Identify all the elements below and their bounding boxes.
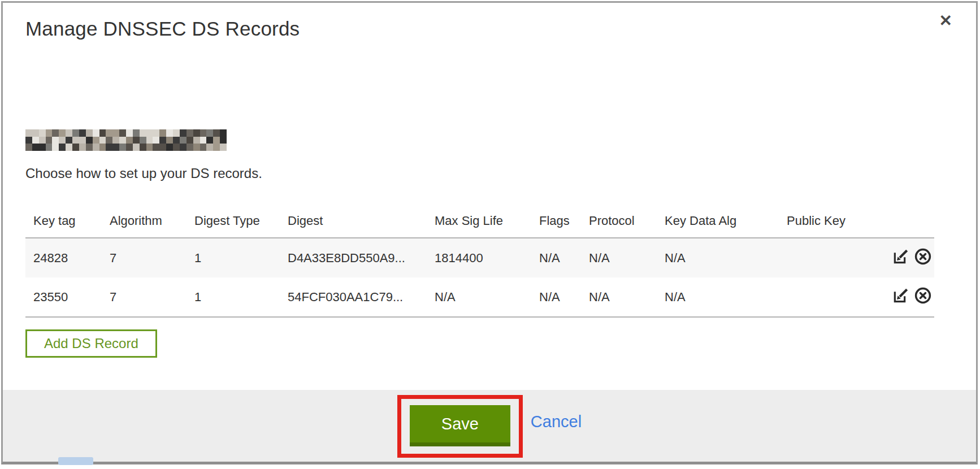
cancel-link[interactable]: Cancel (531, 412, 582, 431)
column-header-max-sig-life: Max Sig Life (427, 198, 531, 238)
column-header-flags: Flags (531, 198, 581, 238)
instruction-text: Choose how to set up your DS records. (25, 166, 262, 181)
cell-key-tag: 23550 (25, 277, 102, 317)
cell-protocol: N/A (581, 277, 657, 317)
redacted-domain-name (25, 129, 227, 151)
row-actions (883, 277, 934, 317)
annotation-highlight-box: Save (397, 395, 523, 458)
cell-algorithm: 7 (102, 238, 187, 277)
cell-digest-type: 1 (187, 277, 280, 317)
delete-icon[interactable] (914, 286, 932, 308)
page-title: Manage DNSSEC DS Records (25, 18, 300, 40)
table-header-row: Key tag Algorithm Digest Type Digest Max… (25, 198, 934, 238)
cell-flags: N/A (531, 277, 581, 317)
cell-max-sig-life: 1814400 (427, 238, 531, 277)
column-header-digest-type: Digest Type (187, 198, 280, 238)
cell-protocol: N/A (581, 238, 657, 277)
cell-key-data-alg: N/A (657, 277, 779, 317)
column-header-digest: Digest (280, 198, 427, 238)
column-header-key-tag: Key tag (25, 198, 102, 238)
cell-flags: N/A (531, 238, 581, 277)
edit-icon[interactable] (892, 247, 910, 269)
edit-icon[interactable] (892, 286, 910, 308)
column-header-protocol: Protocol (581, 198, 657, 238)
cell-algorithm: 7 (102, 277, 187, 317)
cell-key-data-alg: N/A (657, 238, 779, 277)
table-row: 24828 7 1 D4A33E8DD550A9... 1814400 N/A … (25, 238, 934, 277)
cell-max-sig-life: N/A (427, 277, 531, 317)
column-header-public-key: Public Key (779, 198, 883, 238)
cell-digest: 54FCF030AA1C79... (280, 277, 427, 317)
cell-key-tag: 24828 (25, 238, 102, 277)
background-page-hint (58, 457, 93, 465)
manage-dnssec-modal: Manage DNSSEC DS Records ✕ Choose how to… (1, 1, 978, 464)
modal-footer: Save Cancel (3, 390, 976, 462)
cell-digest-type: 1 (187, 238, 280, 277)
column-header-key-data-alg: Key Data Alg (657, 198, 779, 238)
add-ds-record-button[interactable]: Add DS Record (25, 329, 157, 358)
ds-records-table: Key tag Algorithm Digest Type Digest Max… (25, 198, 934, 318)
column-header-algorithm: Algorithm (102, 198, 187, 238)
save-button[interactable]: Save (410, 405, 510, 446)
cell-public-key (779, 277, 883, 317)
row-actions (883, 238, 934, 277)
cell-digest: D4A33E8DD550A9... (280, 238, 427, 277)
close-icon[interactable]: ✕ (939, 13, 952, 29)
cell-public-key (779, 238, 883, 277)
delete-icon[interactable] (914, 247, 932, 269)
table-row: 23550 7 1 54FCF030AA1C79... N/A N/A N/A … (25, 277, 934, 317)
column-header-actions (883, 198, 934, 238)
